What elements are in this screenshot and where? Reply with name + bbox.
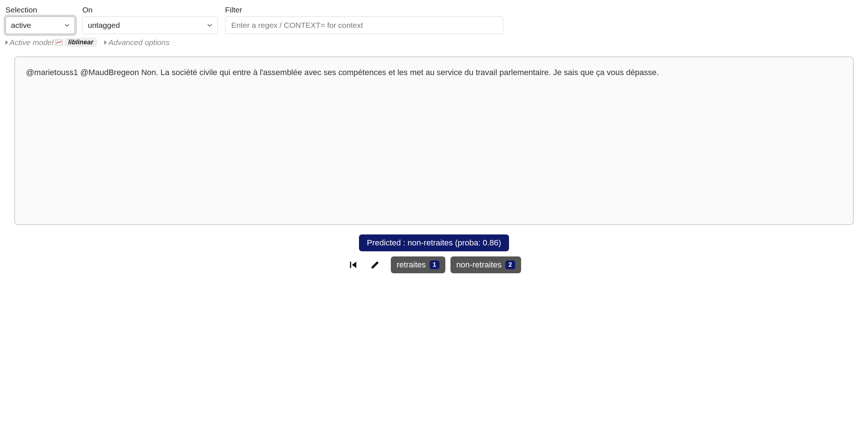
tag-button-non-retraites[interactable]: non-retraites 2	[450, 256, 521, 273]
top-controls: Selection active On untagged Filter	[5, 5, 863, 34]
chevron-down-icon	[64, 23, 70, 28]
prediction-badge: Predicted : non-retraites (proba: 0.86)	[359, 234, 509, 251]
on-select[interactable]: untagged	[82, 16, 218, 34]
tag-buttons: retraites 1 non-retraites 2	[391, 256, 521, 273]
previous-button[interactable]	[347, 259, 359, 271]
advanced-options-toggle[interactable]: Advanced options	[104, 38, 169, 47]
skip-previous-icon	[348, 260, 358, 270]
tag-button-retraites[interactable]: retraites 1	[391, 256, 445, 273]
action-row: retraites 1 non-retraites 2	[347, 256, 521, 273]
advanced-options-label: Advanced options	[108, 38, 169, 47]
tag-label: non-retraites	[456, 260, 502, 270]
active-model-toggle[interactable]: Active model liblinear	[5, 38, 97, 47]
tag-key-badge: 1	[430, 260, 439, 269]
caret-right-icon	[5, 40, 8, 45]
model-name-badge: liblinear	[64, 38, 97, 47]
tag-key-badge: 2	[505, 260, 515, 269]
filter-input[interactable]	[225, 16, 503, 34]
selection-label: Selection	[5, 5, 75, 14]
bottom-area: Predicted : non-retraites (proba: 0.86) …	[5, 234, 863, 273]
filter-label: Filter	[225, 5, 503, 14]
document-panel: @marietouss1 @MaudBregeon Non. La sociét…	[14, 56, 854, 225]
caret-right-icon	[104, 40, 107, 45]
filter-group: Filter	[225, 5, 503, 34]
selection-value: active	[11, 21, 64, 30]
pencil-icon	[370, 260, 380, 270]
chevron-down-icon	[207, 23, 212, 28]
on-value: untagged	[88, 21, 207, 30]
options-row: Active model liblinear Advanced options	[5, 38, 863, 47]
edit-button[interactable]	[369, 259, 381, 271]
tag-label: retraites	[397, 260, 426, 270]
on-group: On untagged	[82, 5, 218, 34]
document-text: @marietouss1 @MaudBregeon Non. La sociét…	[26, 67, 842, 78]
chart-icon	[55, 39, 63, 46]
selection-group: Selection active	[5, 5, 75, 34]
on-label: On	[82, 5, 218, 14]
svg-rect-1	[350, 262, 351, 268]
active-model-label: Active model	[10, 38, 53, 47]
selection-select[interactable]: active	[5, 16, 75, 34]
